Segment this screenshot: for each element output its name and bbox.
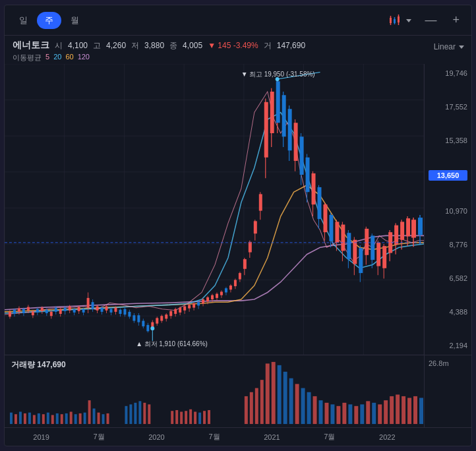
svg-rect-59 [78, 307, 80, 311]
svg-rect-35 [22, 309, 25, 313]
ma-5-label[interactable]: 5 [45, 53, 49, 63]
zoom-in-button[interactable]: + [448, 12, 463, 28]
stock-info: 에너토크 시 4,100 고 4,260 저 3,880 종 4,005 ▼ 1… [5, 36, 471, 64]
svg-rect-179 [382, 246, 386, 268]
svg-rect-252 [336, 406, 340, 424]
chart-container: 일 주 월 — [4, 5, 472, 446]
svg-rect-71 [105, 307, 108, 311]
svg-rect-218 [98, 413, 100, 424]
x-axis-labels: 2019 7월 2020 7월 2021 7월 2022 [5, 428, 424, 446]
svg-rect-37 [27, 307, 30, 311]
svg-rect-243 [283, 372, 287, 424]
svg-rect-233 [198, 413, 201, 424]
svg-rect-258 [372, 403, 376, 424]
svg-rect-214 [74, 414, 77, 424]
svg-rect-169 [353, 240, 357, 264]
linear-label: Linear [434, 42, 456, 51]
ma-120-label[interactable]: 120 [78, 53, 90, 63]
period-weekly[interactable]: 주 [37, 12, 61, 29]
period-monthly[interactable]: 월 [64, 12, 86, 29]
svg-rect-75 [114, 308, 117, 312]
x-label-3: 7월 [208, 432, 220, 442]
svg-rect-227 [171, 411, 173, 424]
svg-rect-215 [79, 413, 82, 424]
period-daily[interactable]: 일 [13, 12, 34, 29]
price-change: ▼ 145 -3.49% [208, 41, 258, 50]
low-value: 3,880 [144, 41, 164, 50]
svg-rect-99 [169, 311, 172, 316]
svg-rect-117 [211, 295, 214, 299]
svg-rect-217 [93, 409, 96, 425]
x-label-2: 2020 [148, 433, 164, 441]
toolbar: 일 주 월 — [5, 5, 471, 36]
svg-rect-171 [359, 248, 363, 273]
svg-rect-200 [15, 414, 17, 424]
svg-rect-139 [264, 102, 268, 158]
y-label-0: 19,746 [429, 69, 467, 77]
y-axis: 19,746 17,552 15,358 13,650 10,970 8,776… [424, 64, 471, 355]
period-buttons: 일 주 월 [13, 12, 86, 29]
svg-rect-242 [278, 365, 282, 424]
svg-rect-73 [109, 309, 112, 313]
open-label: 시 [55, 40, 63, 51]
svg-rect-167 [347, 233, 351, 259]
volume-max-label: 26.8m [429, 359, 467, 367]
svg-rect-119 [216, 294, 218, 298]
svg-rect-219 [102, 414, 105, 424]
svg-rect-33 [18, 309, 20, 312]
svg-rect-141 [270, 92, 274, 133]
y-label-6: 6,582 [429, 274, 467, 282]
svg-rect-255 [354, 406, 358, 424]
svg-rect-95 [160, 316, 163, 320]
volume-label: 거 [264, 40, 272, 51]
svg-rect-249 [319, 400, 323, 424]
svg-rect-45 [45, 310, 48, 313]
svg-rect-205 [38, 413, 40, 424]
svg-rect-151 [300, 136, 304, 175]
svg-rect-105 [183, 307, 186, 311]
x-axis-spacer [424, 428, 471, 446]
low-label: 저 [131, 40, 139, 51]
zoom-out-button[interactable]: — [421, 12, 440, 28]
svg-rect-232 [194, 411, 196, 424]
toolbar-right: — + [388, 12, 463, 28]
svg-rect-137 [259, 194, 262, 210]
svg-rect-113 [202, 299, 204, 303]
svg-rect-153 [306, 158, 310, 193]
svg-rect-206 [42, 414, 45, 424]
svg-rect-135 [254, 221, 257, 233]
svg-rect-228 [175, 410, 178, 424]
svg-rect-187 [406, 218, 410, 236]
svg-rect-125 [229, 286, 232, 289]
volume-main: 거래량 147,690 [5, 355, 424, 427]
svg-rect-203 [28, 413, 31, 424]
svg-rect-131 [243, 259, 247, 269]
svg-rect-65 [92, 302, 94, 309]
svg-rect-81 [128, 312, 131, 316]
svg-rect-225 [143, 403, 146, 424]
svg-rect-6 [398, 16, 400, 22]
svg-rect-57 [73, 309, 76, 313]
volume-chart-svg [5, 355, 424, 427]
svg-rect-97 [165, 315, 167, 318]
svg-rect-69 [101, 308, 104, 312]
svg-rect-256 [360, 404, 364, 424]
dropdown-arrow-icon [405, 16, 413, 24]
svg-rect-230 [185, 411, 187, 424]
svg-rect-53 [64, 308, 67, 311]
svg-rect-55 [69, 307, 71, 311]
svg-rect-145 [282, 95, 286, 136]
chart-main[interactable]: ▼ 최고 19,950 (-31.58%) ▲ 최저 1,910 (614.66… [5, 64, 424, 355]
chart-type-button[interactable] [388, 13, 413, 28]
svg-rect-165 [341, 225, 345, 251]
ma-60-label[interactable]: 60 [65, 53, 73, 63]
ma-20-label[interactable]: 20 [53, 53, 61, 63]
svg-rect-234 [203, 411, 206, 424]
svg-rect-220 [107, 413, 109, 424]
svg-rect-210 [61, 414, 63, 424]
linear-dropdown[interactable]: Linear [434, 42, 465, 51]
price-chart-area: ▼ 최고 19,950 (-31.58%) ▲ 최저 1,910 (614.66… [5, 64, 471, 355]
svg-rect-201 [19, 411, 22, 424]
svg-rect-250 [324, 403, 328, 424]
open-value: 4,100 [68, 41, 88, 50]
